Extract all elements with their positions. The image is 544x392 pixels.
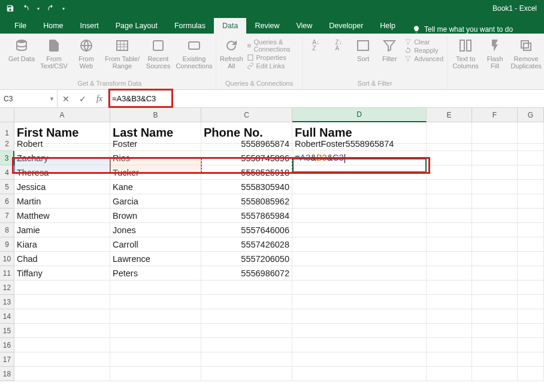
tab-home[interactable]: Home bbox=[35, 18, 71, 34]
enter-formula-button[interactable]: ✓ bbox=[74, 90, 91, 107]
tab-help[interactable]: Help bbox=[371, 18, 404, 34]
filter-button[interactable]: Filter bbox=[378, 37, 401, 62]
undo-button[interactable] bbox=[19, 2, 32, 15]
cell-g8[interactable] bbox=[518, 223, 544, 237]
row-header-3[interactable]: 3 bbox=[0, 151, 14, 165]
cell-c9[interactable]: 5557426028 bbox=[201, 237, 292, 252]
cell-a3[interactable]: Zachary bbox=[14, 151, 110, 165]
cell-a13[interactable] bbox=[14, 295, 110, 309]
row-header-2[interactable]: 2 bbox=[0, 137, 14, 151]
cell-b12[interactable] bbox=[110, 281, 201, 295]
cell-d13[interactable] bbox=[292, 295, 427, 309]
cell-e15[interactable] bbox=[427, 324, 472, 338]
row-header-17[interactable]: 17 bbox=[0, 352, 14, 367]
cell-d7[interactable] bbox=[292, 209, 427, 223]
cell-g12[interactable] bbox=[518, 281, 544, 295]
refresh-all-button[interactable]: Refresh All bbox=[220, 37, 243, 70]
cell-c8[interactable]: 5557646006 bbox=[201, 223, 292, 237]
cell-e6[interactable] bbox=[427, 194, 472, 209]
tab-data[interactable]: Data bbox=[214, 18, 246, 34]
from-web-button[interactable]: From Web bbox=[72, 37, 101, 70]
cell-a11[interactable]: Tiffany bbox=[14, 266, 110, 281]
cell-c10[interactable]: 5557206050 bbox=[201, 252, 292, 266]
cell-g10[interactable] bbox=[518, 252, 544, 266]
from-text-csv-button[interactable]: From Text/CSV bbox=[40, 37, 68, 70]
cell-b8[interactable]: Jones bbox=[110, 223, 201, 237]
cell-c2[interactable]: 5558965874 bbox=[201, 137, 292, 151]
cell-g18[interactable] bbox=[518, 367, 544, 381]
get-data-button[interactable]: Get Data bbox=[7, 37, 36, 62]
cell-a7[interactable]: Matthew bbox=[14, 209, 110, 223]
cell-a8[interactable]: Jamie bbox=[14, 223, 110, 237]
cell-f16[interactable] bbox=[472, 338, 518, 352]
cell-g9[interactable] bbox=[518, 237, 544, 252]
queries-connections-button[interactable]: Queries & Connections bbox=[247, 38, 299, 53]
redo-button[interactable] bbox=[44, 2, 58, 15]
cell-c14[interactable] bbox=[201, 309, 292, 324]
cell-g6[interactable] bbox=[518, 194, 544, 209]
cell-f6[interactable] bbox=[472, 194, 518, 209]
select-all-corner[interactable] bbox=[0, 108, 14, 122]
cell-c15[interactable] bbox=[201, 324, 292, 338]
row-header-6[interactable]: 6 bbox=[0, 194, 14, 209]
cell-e5[interactable] bbox=[427, 180, 472, 194]
cell-d9[interactable] bbox=[292, 237, 427, 252]
cell-g16[interactable] bbox=[518, 338, 544, 352]
tab-view[interactable]: View bbox=[288, 18, 321, 34]
cell-a12[interactable] bbox=[14, 281, 110, 295]
cell-b15[interactable] bbox=[110, 324, 201, 338]
cell-d11[interactable] bbox=[292, 266, 427, 281]
cell-d8[interactable] bbox=[292, 223, 427, 237]
cell-c7[interactable]: 5557865984 bbox=[201, 209, 292, 223]
cell-b2[interactable]: Foster bbox=[110, 137, 201, 151]
col-header-g[interactable]: G bbox=[518, 108, 544, 122]
cell-c5[interactable]: 5558305940 bbox=[201, 180, 292, 194]
cell-e4[interactable] bbox=[427, 165, 472, 180]
col-header-e[interactable]: E bbox=[427, 108, 472, 122]
from-table-range-button[interactable]: From Table/ Range bbox=[104, 37, 140, 70]
col-header-b[interactable]: B bbox=[110, 108, 201, 122]
cell-a6[interactable]: Martin bbox=[14, 194, 110, 209]
cell-b17[interactable] bbox=[110, 352, 201, 367]
text-to-columns-button[interactable]: Text to Columns bbox=[451, 37, 480, 70]
cell-f5[interactable] bbox=[472, 180, 518, 194]
cell-e18[interactable] bbox=[427, 367, 472, 381]
cell-b14[interactable] bbox=[110, 309, 201, 324]
cell-d3[interactable]: =A3&B3&C3 bbox=[292, 151, 427, 165]
row-header-5[interactable]: 5 bbox=[0, 180, 14, 194]
cell-a16[interactable] bbox=[14, 338, 110, 352]
cell-d15[interactable] bbox=[292, 324, 427, 338]
cell-d4[interactable] bbox=[292, 165, 427, 180]
cell-f8[interactable] bbox=[472, 223, 518, 237]
save-button[interactable] bbox=[4, 2, 17, 15]
cell-e9[interactable] bbox=[427, 237, 472, 252]
col-header-c[interactable]: C bbox=[201, 108, 292, 122]
cell-c6[interactable]: 5558085962 bbox=[201, 194, 292, 209]
cell-g15[interactable] bbox=[518, 324, 544, 338]
cell-d18[interactable] bbox=[292, 367, 427, 381]
cell-a2[interactable]: Robert bbox=[14, 137, 110, 151]
cell-g4[interactable] bbox=[518, 165, 544, 180]
cell-d16[interactable] bbox=[292, 338, 427, 352]
col-header-d[interactable]: D bbox=[292, 108, 427, 122]
col-header-a[interactable]: A bbox=[14, 108, 110, 122]
cell-b11[interactable]: Peters bbox=[110, 266, 201, 281]
cell-e17[interactable] bbox=[427, 352, 472, 367]
cell-e2[interactable] bbox=[427, 137, 472, 151]
cell-b3[interactable]: Rios bbox=[110, 151, 201, 165]
existing-connections-button[interactable]: Existing Connections bbox=[176, 37, 212, 70]
cell-g17[interactable] bbox=[518, 352, 544, 367]
cell-f4[interactable] bbox=[472, 165, 518, 180]
row-header-4[interactable]: 4 bbox=[0, 165, 14, 180]
row-header-13[interactable]: 13 bbox=[0, 295, 14, 309]
cell-b10[interactable]: Lawrence bbox=[110, 252, 201, 266]
cell-g13[interactable] bbox=[518, 295, 544, 309]
cell-e14[interactable] bbox=[427, 309, 472, 324]
cell-c18[interactable] bbox=[201, 367, 292, 381]
cell-e10[interactable] bbox=[427, 252, 472, 266]
cell-a15[interactable] bbox=[14, 324, 110, 338]
cell-f10[interactable] bbox=[472, 252, 518, 266]
cell-f11[interactable] bbox=[472, 266, 518, 281]
cell-a9[interactable]: Kiara bbox=[14, 237, 110, 252]
row-header-12[interactable]: 12 bbox=[0, 281, 14, 295]
